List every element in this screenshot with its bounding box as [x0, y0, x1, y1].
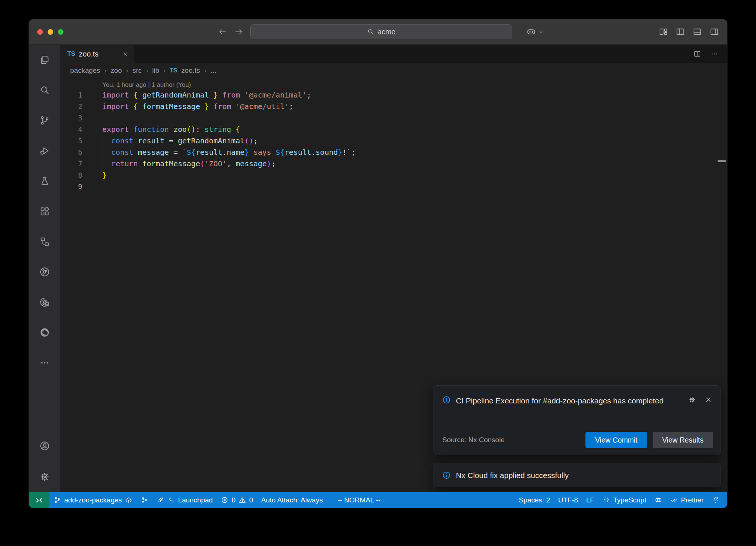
- status-auto-attach[interactable]: Auto Attach: Always: [257, 492, 327, 508]
- status-formatter[interactable]: Prettier: [666, 492, 708, 508]
- remote-indicator[interactable]: [29, 492, 49, 508]
- token: ): [267, 159, 271, 168]
- token: (): [244, 136, 253, 145]
- back-arrow-icon[interactable]: [218, 27, 227, 37]
- activity-item-edge[interactable]: [29, 317, 60, 348]
- activity-item-references[interactable]: [29, 226, 60, 257]
- token: [240, 91, 244, 99]
- status-git-graph-item[interactable]: [137, 492, 152, 508]
- line-content: const result = getRandomAnimal();: [82, 135, 258, 147]
- code-line-6[interactable]: 6 const message = `${result.name} says $…: [60, 147, 727, 158]
- view-results-button[interactable]: View Results: [653, 432, 713, 448]
- token: }: [244, 148, 249, 157]
- activity-item-nx-console[interactable]: [29, 257, 60, 287]
- breadcrumb-zoo[interactable]: zoo: [111, 66, 122, 75]
- split-editor-icon[interactable]: [693, 50, 701, 58]
- token: `: [347, 148, 351, 157]
- code-line-8[interactable]: 8}: [60, 170, 727, 181]
- token: [231, 125, 236, 134]
- forward-arrow-icon[interactable]: [234, 27, 244, 37]
- line-content: import { formatMessage } from '@acme/uti…: [82, 101, 293, 112]
- activity-item-run-debug[interactable]: [29, 136, 60, 166]
- close-icon[interactable]: [704, 396, 712, 404]
- status-copilot-status[interactable]: [650, 492, 666, 508]
- breadcrumb-packages[interactable]: packages: [70, 66, 100, 75]
- status-indentation[interactable]: Spaces: 2: [515, 492, 554, 508]
- token: }: [213, 91, 218, 99]
- token: [169, 125, 173, 134]
- view-commit-button[interactable]: View Commit: [585, 432, 647, 448]
- status-text: UTF-8: [558, 496, 578, 504]
- gear-icon[interactable]: [688, 396, 696, 404]
- token: [209, 102, 213, 111]
- activity-item-explorer[interactable]: [29, 45, 60, 75]
- code-line-1[interactable]: 1import { getRandomAnimal } from '@acme/…: [60, 89, 727, 101]
- token: getRandomAnimal: [138, 91, 213, 99]
- token: function: [133, 125, 169, 134]
- edge-icon: [39, 327, 50, 338]
- status-language[interactable]: {}TypeScript: [598, 492, 650, 508]
- copilot-menu-button[interactable]: [526, 19, 544, 44]
- breadcrumb-src[interactable]: src: [133, 66, 142, 75]
- breadcrumb-symbol-tail[interactable]: ...: [210, 66, 216, 75]
- code-line-4[interactable]: 4export function zoo(): string {: [60, 124, 727, 135]
- activity-item-nx-cloud[interactable]: [29, 287, 60, 317]
- more-horizontal-icon[interactable]: [710, 50, 718, 58]
- activity-item-extensions[interactable]: [29, 196, 60, 226]
- token: 'ZOO': [205, 159, 227, 168]
- error-icon: [221, 496, 228, 504]
- minimize-button[interactable]: [48, 29, 53, 35]
- token: zoo: [173, 125, 187, 134]
- breadcrumb-file[interactable]: zoo.ts: [181, 66, 200, 75]
- layout-customize-icon[interactable]: [659, 27, 668, 37]
- status-text: Auto Attach: Always: [261, 496, 323, 504]
- activity-item-source-control[interactable]: [29, 105, 60, 136]
- line-number: 4: [60, 124, 82, 135]
- code-line-5[interactable]: 5 const result = getRandomAnimal();: [60, 135, 727, 147]
- notification-toast-ci: CI Pipeline Execution for #add-zoo-packa…: [433, 385, 721, 455]
- token: =: [169, 148, 182, 157]
- token: (): [187, 125, 196, 134]
- token: message: [138, 148, 169, 157]
- code-line-7[interactable]: 7 return formatMessage('ZOO', message);: [60, 158, 727, 170]
- token: const: [111, 136, 133, 145]
- token: from: [213, 102, 231, 111]
- search-value: acme: [378, 28, 396, 36]
- token: {: [133, 91, 138, 99]
- breadcrumb-separator: ›: [146, 66, 148, 75]
- zoom-button[interactable]: [58, 29, 63, 35]
- token: [129, 125, 133, 134]
- svg-text:{}: {}: [604, 497, 609, 502]
- breadcrumb-lib[interactable]: lib: [152, 66, 159, 75]
- layout-sidebar-right-icon[interactable]: [709, 27, 719, 37]
- status-eol[interactable]: LF: [582, 492, 598, 508]
- layout-panel-icon[interactable]: [693, 27, 702, 37]
- close-button[interactable]: [37, 29, 43, 35]
- token: }: [338, 148, 342, 157]
- mini-branch-icon: [167, 496, 175, 504]
- activity-item-testing[interactable]: [29, 166, 60, 196]
- code-line-3[interactable]: 3: [60, 112, 727, 124]
- info-icon: [442, 396, 451, 404]
- status-launchpad[interactable]: Launchpad: [152, 492, 217, 508]
- status-vim-mode[interactable]: -- NORMAL --: [333, 492, 384, 508]
- code-line-9[interactable]: 9: [60, 181, 727, 192]
- tab-close-icon[interactable]: [122, 51, 128, 57]
- activity-item-settings[interactable]: [29, 462, 60, 492]
- command-center-search[interactable]: acme: [250, 24, 512, 39]
- activity-item-account[interactable]: [29, 431, 60, 462]
- line-content: const message = `${result.name} says ${r…: [82, 147, 355, 158]
- token: const: [111, 148, 133, 157]
- activity-item-search[interactable]: [29, 75, 60, 105]
- status-encoding[interactable]: UTF-8: [554, 492, 582, 508]
- tab-zoo.ts[interactable]: TSzoo.ts: [60, 45, 134, 63]
- token: ;: [289, 102, 293, 111]
- code-line-2[interactable]: 2import { formatMessage } from '@acme/ut…: [60, 101, 727, 112]
- token: [102, 159, 111, 168]
- status-notifications-bell[interactable]: [708, 492, 724, 508]
- layout-sidebar-left-icon[interactable]: [676, 27, 685, 37]
- activity-item-more[interactable]: [29, 348, 60, 378]
- status-git-branch-item[interactable]: add-zoo-packages: [49, 492, 137, 508]
- status-problems[interactable]: 00: [217, 492, 257, 508]
- token: }: [102, 171, 107, 180]
